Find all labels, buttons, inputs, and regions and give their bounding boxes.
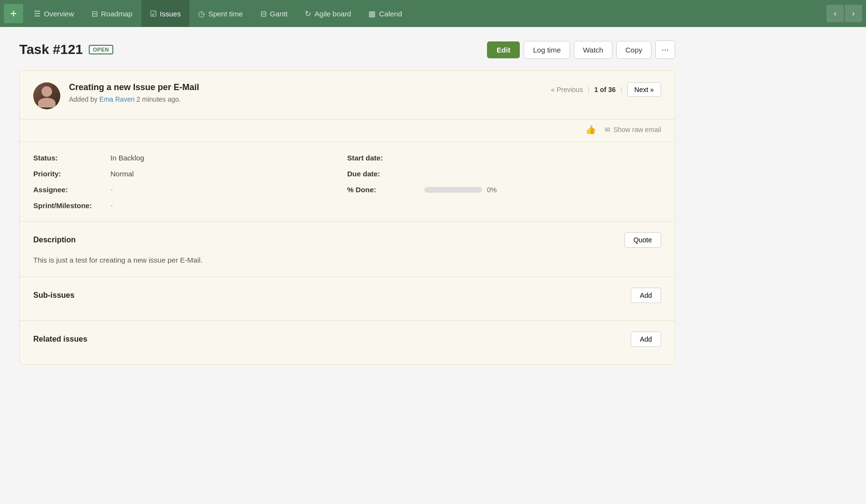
show-raw-email-button[interactable]: ✉ Show raw email	[605, 126, 661, 133]
due-date-label: Due date:	[347, 170, 424, 178]
fields-left: Status: In Backlog Priority: Normal Assi…	[33, 154, 347, 210]
progress-text: 0%	[487, 186, 497, 194]
field-start-date: Start date:	[347, 154, 661, 162]
copy-button[interactable]: Copy	[616, 41, 651, 59]
log-time-button[interactable]: Log time	[524, 41, 570, 59]
added-by-prefix: Added by	[69, 95, 99, 103]
email-icon: ✉	[605, 126, 610, 133]
add-subissue-button[interactable]: Add	[631, 288, 661, 303]
status-label: Status:	[33, 154, 110, 162]
description-section: Description Quote This is just a test fo…	[20, 222, 675, 277]
related-issues-section: Related issues Add	[20, 321, 675, 364]
issue-card: Creating a new Issue per E-Mail Added by…	[19, 70, 675, 365]
task-header: Task #121 OPEN Edit Log time Watch Copy …	[19, 40, 675, 59]
nav-prev-arrow[interactable]: ‹	[826, 5, 844, 22]
issue-meta: Added by Ema Raven 2 minutes ago.	[69, 95, 541, 103]
plus-icon: +	[10, 7, 17, 20]
description-title: Description	[33, 236, 76, 244]
previous-link[interactable]: « Previous	[551, 86, 583, 93]
more-icon: ···	[662, 45, 669, 54]
assignee-value: -	[110, 186, 113, 194]
nav-items: ☰ Overview ⊟ Roadmap ☑ Issues ◷ Spent ti…	[25, 0, 825, 27]
subissues-section: Sub-issues Add	[20, 277, 675, 321]
related-issues-header: Related issues Add	[33, 332, 661, 347]
nav-label-gantt: Gantt	[270, 10, 288, 18]
status-value: In Backlog	[110, 154, 144, 162]
more-options-button[interactable]: ···	[655, 40, 675, 59]
show-raw-email-label: Show raw email	[613, 126, 661, 133]
spent-time-icon: ◷	[198, 9, 205, 18]
priority-label: Priority:	[33, 170, 110, 178]
nav-arrows: ‹ ›	[825, 5, 862, 22]
overview-icon: ☰	[34, 9, 41, 18]
issue-title: Creating a new Issue per E-Mail	[69, 82, 541, 93]
nav-item-roadmap[interactable]: ⊟ Roadmap	[83, 0, 141, 27]
issues-icon: ☑	[150, 9, 157, 18]
subissues-title: Sub-issues	[33, 291, 74, 300]
nav-item-issues[interactable]: ☑ Issues	[141, 0, 189, 27]
field-assignee: Assignee: -	[33, 186, 347, 194]
added-by-suffix: ago.	[166, 95, 181, 103]
fields-right: Start date: Due date: % Done: 0%	[347, 154, 661, 210]
avatar-image	[33, 82, 60, 109]
next-button[interactable]: Next »	[627, 82, 661, 97]
nav-label-issues: Issues	[160, 10, 181, 18]
assignee-label: Assignee:	[33, 186, 110, 194]
task-title: Task #121	[19, 42, 83, 57]
start-date-label: Start date:	[347, 154, 424, 162]
nav-item-agile-board[interactable]: ↻ Agile board	[296, 0, 360, 27]
priority-value: Normal	[110, 170, 134, 178]
nav-label-overview: Overview	[44, 10, 74, 18]
description-text: This is just a test for creating a new i…	[33, 254, 661, 266]
top-navigation: + ☰ Overview ⊟ Roadmap ☑ Issues ◷ Spent …	[0, 0, 866, 27]
progress-bar	[424, 187, 482, 193]
roadmap-icon: ⊟	[92, 9, 98, 18]
add-related-button[interactable]: Add	[631, 332, 661, 347]
related-issues-title: Related issues	[33, 335, 87, 344]
subissues-header: Sub-issues Add	[33, 288, 661, 303]
issue-top-row: Creating a new Issue per E-Mail Added by…	[20, 71, 675, 119]
nav-item-overview[interactable]: ☰ Overview	[25, 0, 83, 27]
nav-label-spent-time: Spent time	[208, 10, 243, 18]
nav-separator2: |	[621, 86, 622, 93]
fields-grid: Status: In Backlog Priority: Normal Assi…	[20, 142, 675, 222]
field-due-date: Due date:	[347, 170, 661, 178]
nav-separator: |	[588, 86, 590, 93]
nav-position: 1 of 36	[595, 86, 616, 93]
edit-button[interactable]: Edit	[487, 41, 520, 58]
author-link[interactable]: Ema Raven	[99, 95, 135, 103]
nav-label-roadmap: Roadmap	[101, 10, 133, 18]
nav-label-calendar: Calend	[379, 10, 402, 18]
issue-actions-row: 👍 ✉ Show raw email	[20, 119, 675, 142]
sprint-value: -	[110, 201, 113, 210]
field-status: Status: In Backlog	[33, 154, 347, 162]
thumbs-up-button[interactable]: 👍	[585, 124, 596, 135]
field-sprint: Sprint/Milestone: -	[33, 201, 347, 210]
quote-button[interactable]: Quote	[624, 232, 661, 248]
sprint-label: Sprint/Milestone:	[33, 201, 110, 210]
task-title-group: Task #121 OPEN	[19, 42, 113, 57]
nav-item-gantt[interactable]: ⊟ Gantt	[252, 0, 297, 27]
percent-done-label: % Done:	[347, 186, 424, 194]
avatar	[33, 82, 60, 109]
progress-container: 0%	[424, 186, 497, 194]
field-priority: Priority: Normal	[33, 170, 347, 178]
add-button[interactable]: +	[4, 4, 23, 23]
calendar-icon: ▦	[368, 9, 376, 18]
watch-button[interactable]: Watch	[574, 41, 612, 59]
task-actions: Edit Log time Watch Copy ···	[487, 40, 675, 59]
time-ago: 2 minutes	[135, 95, 166, 103]
issue-navigation: « Previous | 1 of 36 | Next »	[551, 82, 661, 97]
field-percent-done: % Done: 0%	[347, 186, 661, 194]
nav-item-spent-time[interactable]: ◷ Spent time	[189, 0, 252, 27]
description-header: Description Quote	[33, 232, 661, 248]
agile-board-icon: ↻	[305, 9, 311, 18]
page-content: Task #121 OPEN Edit Log time Watch Copy …	[0, 27, 694, 384]
gantt-icon: ⊟	[260, 9, 267, 18]
nav-next-arrow[interactable]: ›	[845, 5, 862, 22]
task-status-badge: OPEN	[89, 45, 113, 54]
thumbs-up-icon: 👍	[585, 125, 596, 134]
issue-info: Creating a new Issue per E-Mail Added by…	[69, 82, 541, 103]
nav-label-agile-board: Agile board	[314, 10, 351, 18]
nav-item-calendar[interactable]: ▦ Calend	[360, 0, 411, 27]
